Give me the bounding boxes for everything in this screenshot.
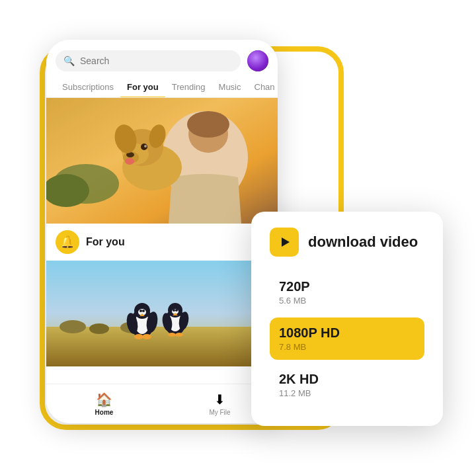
svg-rect-16: [46, 98, 278, 224]
svg-point-20: [89, 323, 109, 334]
search-icon: 🔍: [63, 56, 75, 66]
quality-720p-label: 720P: [279, 279, 415, 294]
svg-point-39: [175, 309, 178, 312]
quality-2k-size: 11.2 MB: [279, 388, 415, 398]
quality-2k[interactable]: 2K HD 11.2 MB: [270, 364, 424, 406]
phone-mockup: 🔍 Subscriptions For you Trending Music C…: [46, 40, 278, 423]
svg-point-19: [60, 320, 86, 333]
svg-point-44: [175, 333, 183, 337]
svg-point-27: [139, 310, 142, 312]
svg-point-33: [142, 334, 151, 339]
section-header: 🔔 For you ⬇: [46, 224, 278, 261]
myfile-icon: ⬇: [214, 392, 225, 407]
bottom-nav-home[interactable]: 🏠 Home: [46, 392, 162, 416]
bottom-nav: 🏠 Home ⬇ My File: [46, 384, 278, 423]
quality-720p-size: 5.6 MB: [279, 296, 415, 306]
modal-play-icon: [270, 228, 299, 257]
scene: 🔍 Subscriptions For you Trending Music C…: [33, 26, 443, 437]
home-icon: 🏠: [96, 392, 112, 407]
tab-music[interactable]: Music: [212, 77, 248, 97]
svg-rect-18: [46, 327, 278, 366]
search-bar[interactable]: 🔍: [56, 50, 241, 71]
svg-point-38: [173, 309, 175, 312]
phone-header: 🔍: [46, 40, 278, 77]
section-title: For you: [86, 236, 252, 248]
search-input[interactable]: [80, 56, 233, 66]
quality-1080p-size: 7.8 MB: [279, 342, 415, 352]
quality-2k-label: 2K HD: [279, 372, 415, 387]
svg-point-32: [134, 334, 143, 339]
tab-subscriptions[interactable]: Subscriptions: [56, 77, 120, 97]
tab-chan[interactable]: Chan: [248, 77, 278, 97]
svg-point-43: [168, 333, 176, 337]
video-thumbnail: [46, 261, 278, 366]
modal-header: download video: [270, 228, 424, 257]
quality-1080p[interactable]: 1080P HD 7.8 MB: [270, 317, 424, 360]
modal-title: download video: [308, 233, 418, 251]
tab-for-you[interactable]: For you: [120, 77, 165, 97]
myfile-label: My File: [209, 409, 230, 416]
avatar[interactable]: [247, 50, 268, 71]
nav-tabs: Subscriptions For you Trending Music Cha…: [46, 77, 278, 98]
hero-image: [46, 98, 278, 224]
bell-icon: 🔔: [60, 235, 75, 249]
download-modal: download video 720P 5.6 MB 1080P HD 7.8 …: [251, 212, 443, 426]
home-label: Home: [95, 409, 114, 416]
quality-720p[interactable]: 720P 5.6 MB: [270, 271, 424, 314]
svg-point-28: [142, 310, 145, 312]
tab-trending[interactable]: Trending: [165, 77, 212, 97]
quality-1080p-label: 1080P HD: [279, 325, 415, 341]
section-icon: 🔔: [56, 230, 79, 254]
